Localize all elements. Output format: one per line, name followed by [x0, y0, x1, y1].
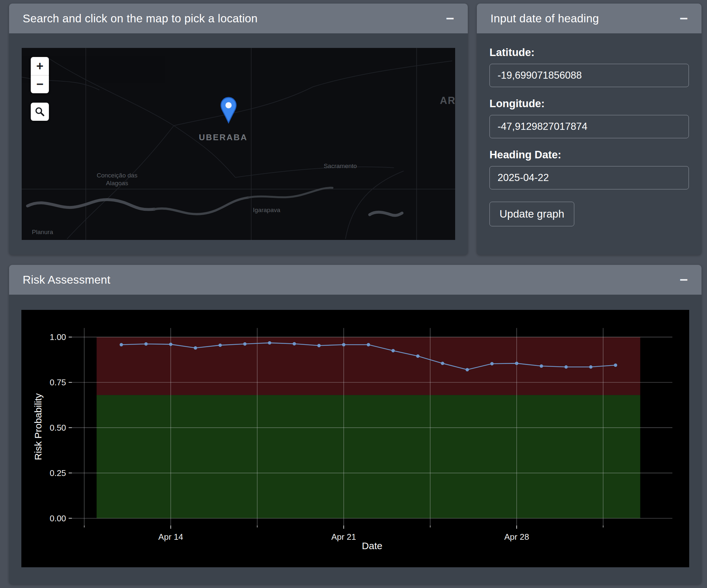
map-search-button[interactable]: [31, 103, 49, 121]
svg-text:0.25: 0.25: [49, 468, 66, 478]
map-panel-body: UBERABASacramentoConceição das AlagoasIg…: [9, 33, 468, 255]
zoom-control: + −: [31, 57, 49, 93]
latitude-label: Latitude:: [490, 46, 689, 59]
svg-text:Apr 21: Apr 21: [331, 532, 356, 542]
update-graph-button[interactable]: Update graph: [490, 202, 574, 226]
longitude-input[interactable]: [490, 115, 689, 138]
map-panel: Search and click on the map to pick a lo…: [9, 4, 468, 255]
svg-text:1.00: 1.00: [49, 332, 66, 342]
risk-panel-header: Risk Assessment −: [9, 265, 702, 295]
map-panel-header: Search and click on the map to pick a lo…: [9, 4, 468, 33]
map-panel-title: Search and click on the map to pick a lo…: [23, 12, 258, 25]
top-row: Search and click on the map to pick a lo…: [9, 4, 702, 255]
risk-probability-chart: 0.000.250.500.751.00Apr 14Apr 21Apr 28Da…: [21, 310, 689, 567]
risk-chart-container: 0.000.250.500.751.00Apr 14Apr 21Apr 28Da…: [21, 310, 689, 567]
input-panel-title: Input date of heading: [491, 12, 599, 25]
map-controls: + −: [31, 57, 49, 121]
latitude-input[interactable]: [490, 64, 689, 87]
dashboard-page: Search and click on the map to pick a lo…: [0, 0, 707, 588]
risk-panel-body: 0.000.250.500.751.00Apr 14Apr 21Apr 28Da…: [9, 310, 702, 567]
input-panel: Input date of heading − Latitude: Longit…: [477, 4, 702, 255]
input-panel-body: Latitude: Longitude: Heading Date: Updat…: [477, 33, 702, 239]
svg-text:Risk Probability: Risk Probability: [33, 393, 43, 460]
svg-text:Apr 14: Apr 14: [158, 532, 183, 542]
search-icon: [34, 106, 45, 117]
zoom-out-button[interactable]: −: [31, 75, 49, 93]
risk-panel-title: Risk Assessment: [23, 273, 110, 286]
map-panel-collapse-button[interactable]: −: [446, 11, 454, 26]
map[interactable]: UBERABASacramentoConceição das AlagoasIg…: [22, 48, 455, 240]
risk-panel: Risk Assessment − 0.000.250.500.751.00Ap…: [9, 265, 702, 584]
input-panel-header: Input date of heading −: [477, 4, 702, 33]
svg-text:0.00: 0.00: [49, 514, 66, 523]
svg-text:0.75: 0.75: [49, 378, 66, 387]
longitude-label: Longitude:: [490, 97, 689, 110]
svg-text:Apr 28: Apr 28: [504, 532, 529, 542]
svg-text:0.50: 0.50: [49, 423, 66, 433]
heading-date-input[interactable]: [490, 166, 689, 189]
map-basemap-art: [22, 48, 455, 240]
zoom-in-button[interactable]: +: [31, 57, 49, 75]
risk-panel-collapse-button[interactable]: −: [679, 273, 688, 287]
heading-date-label: Heading Date:: [490, 149, 689, 161]
input-panel-collapse-button[interactable]: −: [679, 11, 688, 26]
svg-text:Date: Date: [362, 541, 382, 551]
